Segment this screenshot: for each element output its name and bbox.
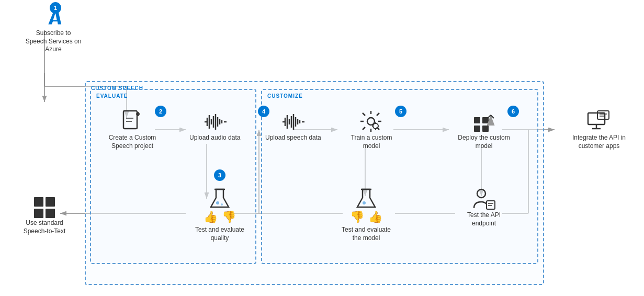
step5-label: Train a custom model <box>343 134 400 150</box>
thumb-up-quality: 👍 <box>204 210 218 224</box>
svg-line-52 <box>363 113 365 116</box>
step6-badge: 6 <box>507 106 519 117</box>
test-model-label: Test and evaluate the model <box>337 226 395 242</box>
step1-node: Subscribe to Speech Services on Azure 1 <box>25 6 82 54</box>
thumb-down-quality: 👎 <box>222 210 236 224</box>
svg-point-36 <box>221 203 223 206</box>
svg-point-35 <box>216 201 219 204</box>
test-api-node: Test the API endpoint <box>455 187 513 227</box>
upload-speech-icon <box>280 110 306 134</box>
svg-line-55 <box>363 127 365 130</box>
step2-label: Create a Custom Speech project <box>104 134 161 150</box>
svg-rect-66 <box>482 126 489 132</box>
step4-badge: 4 <box>258 106 269 117</box>
svg-rect-63 <box>474 117 480 123</box>
test-api-label: Test the API endpoint <box>455 211 513 227</box>
api-test-icon <box>472 187 496 211</box>
svg-line-54 <box>377 113 379 116</box>
svg-rect-83 <box>46 209 55 218</box>
svg-point-70 <box>477 189 485 198</box>
project-icon <box>120 110 144 134</box>
upload-audio-node: Upload audio data <box>189 110 240 142</box>
step1-badge: 1 <box>50 2 61 14</box>
audio-icon <box>202 110 228 134</box>
step6-node: Deploy the custom model 6 <box>455 110 513 150</box>
step8-label: Use standard Speech-to-Text <box>16 219 73 235</box>
step2-node: Create a Custom Speech project 2 <box>104 110 161 150</box>
step6-label: Deploy the custom model <box>455 134 513 150</box>
svg-rect-77 <box>597 111 609 119</box>
step4-node: Upload speech data 4 <box>265 110 321 142</box>
svg-rect-81 <box>46 197 55 207</box>
flask-icon <box>208 187 231 210</box>
test-model-node: 👎 👍 Test and evaluate the model <box>337 187 395 242</box>
integrate-icon <box>586 110 612 134</box>
step3-label: Test and evaluate quality <box>191 226 248 242</box>
step4-label: Upload speech data <box>265 134 321 142</box>
diagram-container: CUSTOM SPEECH EVALUATE CUSTOMIZE Subscri… <box>0 0 644 296</box>
svg-point-56 <box>373 123 378 129</box>
thumb-down-model: 👎 <box>350 210 364 224</box>
step3-badge: 3 <box>214 169 225 181</box>
step8-node: Use standard Speech-to-Text <box>16 196 73 235</box>
upload-audio-label: Upload audio data <box>189 134 240 142</box>
section-customize-label: CUSTOMIZE <box>267 93 303 99</box>
flask2-icon <box>355 187 378 210</box>
step5-node: Train a custom model 5 <box>343 110 400 150</box>
svg-rect-82 <box>34 209 43 218</box>
deploy-icon <box>472 110 496 134</box>
step1-label: Subscribe to Speech Services on Azure <box>25 29 82 54</box>
gear-icon <box>359 110 383 134</box>
svg-point-62 <box>363 201 366 204</box>
svg-rect-19 <box>123 111 137 129</box>
step2-badge: 2 <box>155 106 166 117</box>
svg-rect-65 <box>474 126 480 132</box>
step3-node: 👍 👎 Test and evaluate quality 3 <box>191 187 248 242</box>
thumb-up-model: 👍 <box>368 210 382 224</box>
stt-icon <box>33 196 56 219</box>
step5-badge: 5 <box>395 106 406 117</box>
svg-rect-80 <box>34 197 43 207</box>
svg-rect-71 <box>487 201 495 209</box>
step7-label: Integrate the API in customer apps <box>570 134 628 150</box>
step7-node: Integrate the API in customer apps <box>570 110 628 150</box>
section-evaluate-label: EVALUATE <box>96 93 128 99</box>
